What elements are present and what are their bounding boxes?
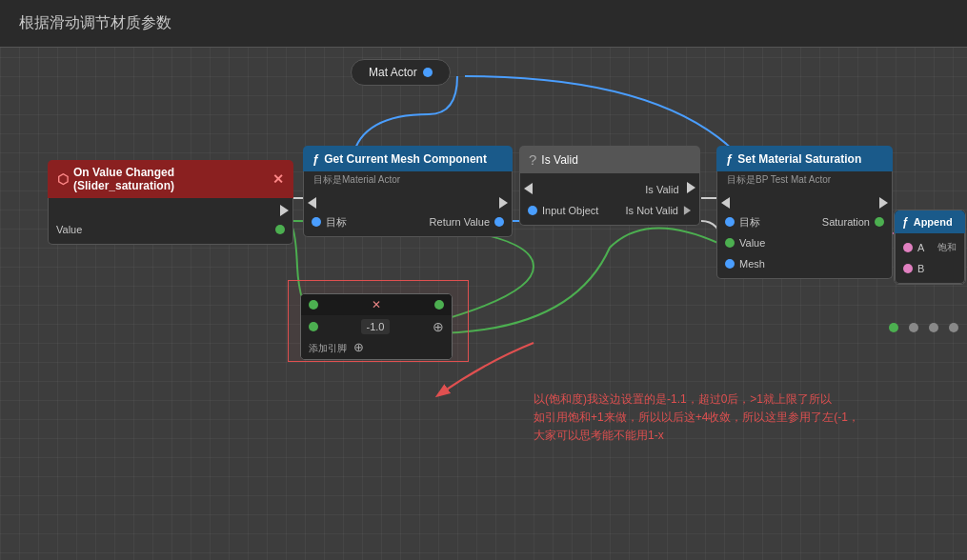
saturation-pin <box>875 217 884 227</box>
target-row: 目标 Saturation <box>717 211 892 232</box>
mesh-in-pin <box>725 259 735 269</box>
a-pin <box>903 243 913 252</box>
get-current-mesh-subtitle: 目标是Material Actor <box>303 171 513 190</box>
mat-actor-pin <box>423 68 433 77</box>
exec-out-pin <box>280 205 289 216</box>
value-row: Value <box>49 219 292 240</box>
target-row: 目标 Return Value <box>304 211 512 232</box>
exec-row <box>49 202 292 219</box>
pin-c <box>309 322 318 331</box>
input-obj-pin <box>528 206 537 215</box>
append-header: ƒ Append <box>895 210 965 233</box>
canvas-background <box>0 0 967 560</box>
is-valid-out-pin <box>687 182 695 193</box>
exec-in-pin <box>721 197 730 209</box>
set-material-body: 目标 Saturation Value Mesh <box>716 190 893 279</box>
subtract-value: -1.0 <box>361 319 391 334</box>
value-row: Value <box>717 232 892 253</box>
set-material-saturation-node[interactable]: ƒ Set Material Saturation 目标是BP Test Mat… <box>716 146 893 279</box>
get-current-mesh-node[interactable]: ƒ Get Current Mesh Component 目标是Material… <box>303 146 513 237</box>
append-node[interactable]: ƒ Append A 饱和 B <box>894 210 966 285</box>
on-value-changed-header: ⬡ On Value Changed (Slider_saturation) ✕ <box>48 160 293 198</box>
on-value-changed-body: Value <box>48 198 293 245</box>
mat-actor-label: Mat Actor <box>369 66 417 79</box>
is-valid-body: Is Valid Input Object Is Not Valid <box>519 173 700 226</box>
is-valid-header: ? Is Valid <box>519 146 700 173</box>
comment-annotation: 以(饱和度)我这边设置的是-1.1，超过0后，>1就上限了所以如引用饱和+1来做… <box>534 390 859 446</box>
exec-out-pin <box>499 197 508 209</box>
a-row: A 饱和 <box>896 237 964 258</box>
close-icon[interactable]: ✕ <box>272 171 284 187</box>
subtract-node[interactable]: ✕ -1.0 ⊕ 添加引脚 ⊕ <box>300 293 453 360</box>
on-value-changed-node[interactable]: ⬡ On Value Changed (Slider_saturation) ✕… <box>48 160 293 245</box>
get-current-mesh-body: 目标 Return Value <box>303 190 513 237</box>
exec-row <box>304 194 512 211</box>
is-valid-node[interactable]: ? Is Valid Is Valid Input Object Is Not … <box>519 146 700 226</box>
value-in-pin <box>725 238 735 248</box>
pin-b <box>434 300 444 310</box>
target-pin-left <box>312 217 321 227</box>
set-material-subtitle: 目标是BP Test Mat Actor <box>716 171 893 190</box>
exec-in-pin <box>308 197 316 209</box>
input-object-row: Input Object Is Not Valid <box>520 200 699 221</box>
value-pin <box>275 225 285 234</box>
set-material-header: ƒ Set Material Saturation <box>716 146 893 171</box>
add-pin-button[interactable]: ⊕ <box>433 319 444 334</box>
exec-row <box>717 194 892 211</box>
b-row: B <box>896 258 964 279</box>
exec-in-pin <box>524 183 533 194</box>
b-pin <box>903 264 913 273</box>
mesh-row: Mesh <box>717 253 892 274</box>
target-in-pin <box>725 217 735 227</box>
get-current-mesh-header: ƒ Get Current Mesh Component <box>303 146 513 171</box>
exec-row: Is Valid <box>520 177 699 200</box>
value-label: Value <box>56 224 82 235</box>
a-value: 饱和 <box>937 241 957 254</box>
title-text: 根据滑动调节材质参数 <box>19 13 171 33</box>
delete-icon[interactable]: ✕ <box>372 298 381 311</box>
add-foot-label: 添加引脚 <box>309 343 347 353</box>
pin-a <box>309 300 318 310</box>
append-body: A 饱和 B <box>895 233 965 284</box>
is-not-valid-pin <box>684 206 691 215</box>
add-pin-icon[interactable]: ⊕ <box>353 340 364 354</box>
title-bar: 根据滑动调节材质参数 <box>0 0 967 48</box>
mat-actor-node[interactable]: Mat Actor <box>351 59 451 86</box>
return-pin <box>494 217 504 227</box>
exec-out-pin <box>879 197 888 209</box>
